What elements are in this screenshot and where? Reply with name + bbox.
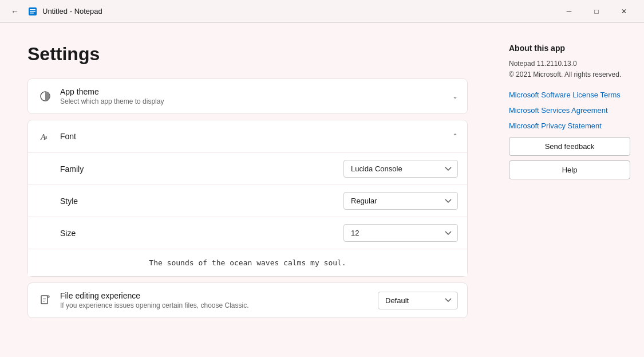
privacy-statement-link[interactable]: Microsoft Privacy Statement (509, 121, 630, 130)
font-chevron-icon: ⌃ (452, 132, 458, 140)
font-style-label: Style (60, 197, 343, 206)
svg-rect-1 (30, 9, 35, 10)
app-theme-chevron-icon: ⌄ (452, 92, 458, 100)
file-editing-row: File editing experience If you experienc… (28, 283, 467, 317)
font-family-select[interactable]: Lucida Console Consolas Courier New Aria… (343, 160, 458, 178)
app-theme-title: App theme (60, 87, 452, 96)
font-style-select-wrapper: Regular Bold Italic Bold Italic (343, 192, 458, 210)
font-style-select[interactable]: Regular Bold Italic Bold Italic (343, 192, 458, 210)
maximize-button[interactable]: □ (583, 2, 610, 21)
license-terms-link[interactable]: Microsoft Software License Terms (509, 91, 630, 99)
app-theme-info: App theme Select which app theme to disp… (60, 87, 452, 105)
font-section-header[interactable]: A a Font ⌃ (28, 120, 467, 152)
font-style-row: Style Regular Bold Italic Bold Italic (28, 185, 467, 217)
send-feedback-button[interactable]: Send feedback (509, 137, 630, 156)
file-editing-section: File editing experience If you experienc… (27, 283, 468, 318)
font-size-select[interactable]: 891011 121416 182024 (343, 224, 458, 242)
window-controls: ─ □ ✕ (556, 2, 637, 21)
version-line2: © 2021 Microsoft. All rights reserved. (509, 70, 621, 79)
font-preview: The sounds of the ocean waves calms my s… (28, 249, 467, 276)
app-icon (27, 6, 38, 17)
font-info: Font (60, 132, 452, 141)
file-editing-subtitle: If you experience issues opening certain… (60, 301, 369, 309)
app-theme-header[interactable]: App theme Select which app theme to disp… (28, 79, 467, 113)
svg-rect-2 (30, 11, 35, 12)
main-content: Settings App theme Select which app them… (0, 23, 644, 357)
app-theme-subtitle: Select which app theme to display (60, 97, 452, 105)
font-family-select-wrapper: Lucida Console Consolas Courier New Aria… (343, 160, 458, 178)
window-title: Untitled - Notepad (42, 7, 556, 15)
file-editing-select-wrapper: Default Classic (378, 292, 458, 309)
font-section-title: Font (60, 132, 452, 141)
titlebar: ← Untitled - Notepad ─ □ ✕ (0, 0, 644, 23)
app-theme-icon (37, 88, 53, 104)
version-line1: Notepad 11.2110.13.0 (509, 60, 577, 68)
font-family-label: Family (60, 164, 343, 174)
page-title: Settings (27, 44, 468, 65)
font-size-label: Size (60, 229, 343, 238)
font-family-row: Family Lucida Console Consolas Courier N… (28, 152, 467, 185)
app-theme-section: App theme Select which app theme to disp… (27, 79, 468, 114)
svg-rect-3 (30, 13, 34, 14)
file-editing-title: File editing experience (60, 291, 369, 300)
sidebar: About this app Notepad 11.2110.13.0 © 20… (495, 23, 644, 357)
file-editing-info: File editing experience If you experienc… (60, 291, 369, 309)
about-version: Notepad 11.2110.13.0 © 2021 Microsoft. A… (509, 58, 630, 80)
font-section: A a Font ⌃ Family Lucida Console Consola… (27, 120, 468, 277)
services-agreement-link[interactable]: Microsoft Services Agreement (509, 106, 630, 115)
back-button[interactable]: ← (7, 3, 23, 19)
font-size-row: Size 891011 121416 182024 (28, 217, 467, 249)
font-icon: A a (37, 128, 53, 144)
font-size-select-wrapper: 891011 121416 182024 (343, 224, 458, 242)
file-editing-icon (37, 292, 53, 308)
minimize-button[interactable]: ─ (556, 2, 582, 21)
svg-rect-8 (48, 296, 49, 297)
help-button[interactable]: Help (509, 160, 630, 179)
file-editing-select[interactable]: Default Classic (378, 292, 458, 309)
close-button[interactable]: ✕ (611, 2, 637, 21)
settings-panel: Settings App theme Select which app them… (0, 23, 495, 357)
about-title: About this app (509, 44, 630, 53)
svg-text:a: a (45, 134, 48, 140)
